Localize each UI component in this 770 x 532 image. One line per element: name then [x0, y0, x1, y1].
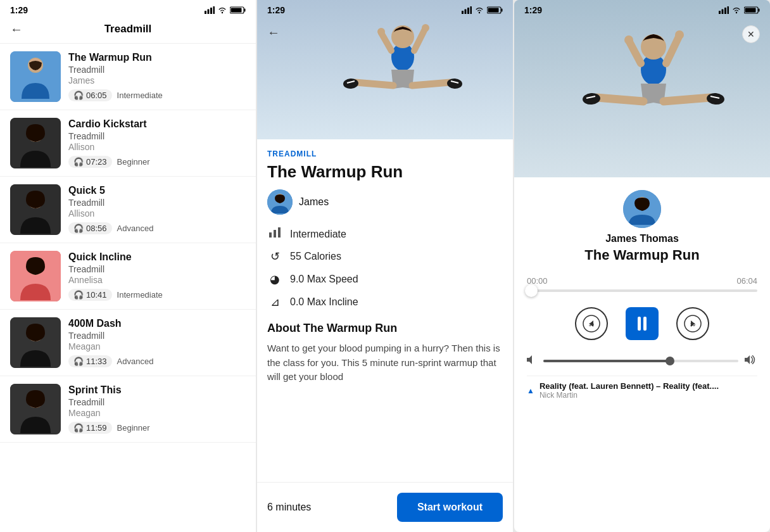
list-item[interactable]: 400M Dash Treadmill Meagan 🎧 11:33 Advan… — [0, 310, 256, 376]
headphones-icon: 🎧 — [73, 91, 84, 100]
forward-button[interactable]: 30 — [676, 307, 709, 340]
trainer-avatar-1 — [10, 51, 61, 102]
volume-thumb[interactable] — [666, 357, 674, 365]
start-workout-button[interactable]: Start workout — [397, 493, 503, 522]
instructor-name: James — [299, 196, 329, 208]
about-section: About The Warmup Run Want to get your bl… — [267, 322, 503, 384]
now-playing-bar[interactable]: ▲ Reality (feat. Lauren Bennett) – Reali… — [527, 376, 757, 400]
stat-label: Intermediate — [290, 229, 346, 240]
workout-level: Beginner — [117, 157, 150, 167]
progress-labels: 00:00 06:04 — [527, 276, 757, 286]
workout-duration: 🎧 06:05 — [68, 89, 112, 101]
player-instructor-image — [623, 190, 661, 228]
progress-thumb[interactable] — [525, 284, 538, 297]
workout-instructor: Meagan — [68, 341, 246, 352]
svg-rect-21 — [462, 11, 464, 14]
workout-name: Quick 5 — [68, 185, 246, 196]
detail-content: TREADMILL The Warmup Run James Intermedi… — [257, 139, 513, 482]
player-instructor-avatar — [623, 190, 661, 228]
pause-button[interactable] — [626, 307, 659, 340]
status-icons — [462, 6, 503, 14]
signal-icon — [205, 6, 215, 14]
svg-rect-1 — [208, 10, 210, 15]
signal-icon — [462, 6, 472, 14]
wifi-icon — [731, 6, 742, 14]
list-item[interactable]: Cardio Kickstart Treadmill Allison 🎧 07:… — [0, 110, 256, 177]
svg-rect-45 — [274, 230, 276, 238]
svg-marker-74 — [527, 355, 532, 364]
workout-meta: 🎧 07:23 Beginner — [68, 156, 246, 168]
time-end-label: 06:04 — [736, 276, 757, 286]
workout-type: Treadmill — [68, 264, 246, 274]
workout-player-panel: 1:29 — [514, 0, 770, 532]
svg-rect-49 — [724, 8, 726, 14]
volume-bar[interactable] — [543, 360, 738, 362]
progress-section: 00:00 06:04 — [527, 276, 757, 292]
about-title: About The Warmup Run — [267, 322, 503, 335]
workout-duration: 🎧 08:56 — [68, 222, 112, 234]
back-button[interactable]: ← — [10, 22, 23, 37]
workout-instructor: Allison — [68, 142, 246, 152]
wifi-icon — [217, 6, 227, 14]
svg-rect-6 — [244, 9, 246, 12]
instructor-avatar — [267, 189, 293, 215]
hero-figure-svg — [257, 0, 513, 139]
workout-duration: 🎧 07:23 — [68, 156, 112, 168]
battery-icon — [487, 6, 503, 14]
svg-line-37 — [412, 82, 450, 86]
list-item[interactable]: Quick 5 Treadmill Allison 🎧 08:56 Advanc… — [0, 177, 256, 243]
svg-rect-53 — [759, 9, 760, 12]
list-item[interactable]: Quick Incline Treadmill Annelisa 🎧 10:41… — [0, 243, 256, 310]
wifi-icon — [474, 6, 484, 14]
forward-icon: 30 — [684, 315, 702, 332]
svg-text:30: 30 — [589, 322, 594, 327]
workout-list-panel: 1:29 ← Treadmill — [0, 0, 256, 532]
chevron-up-icon: ▲ — [527, 386, 534, 395]
volume-up-icon — [745, 355, 757, 367]
player-close-button[interactable]: ✕ — [742, 25, 760, 43]
svg-rect-2 — [210, 8, 212, 14]
workout-level: Intermediate — [117, 290, 163, 300]
progress-bar[interactable] — [527, 289, 757, 292]
svg-rect-29 — [257, 0, 513, 139]
status-bar-panel3: 1:29 — [514, 0, 770, 18]
svg-line-63 — [664, 98, 710, 101]
svg-line-62 — [596, 98, 643, 101]
rewind-button[interactable]: 30 — [575, 307, 608, 340]
list-item[interactable]: The Warmup Run Treadmill James 🎧 06:05 I… — [0, 44, 256, 110]
headphones-icon: 🎧 — [73, 423, 84, 433]
now-playing-text: Reality (feat. Lauren Bennett) – Reality… — [540, 381, 757, 400]
status-icons — [205, 6, 246, 14]
workout-level: Advanced — [117, 224, 154, 233]
workout-thumbnail — [10, 51, 61, 102]
status-bar-panel2: 1:29 — [257, 0, 513, 18]
about-text: Want to get your blood pumping in a hurr… — [267, 341, 503, 384]
stat-label: 55 Calories — [290, 251, 341, 262]
detail-back-button[interactable]: ← — [267, 25, 280, 40]
svg-rect-44 — [269, 232, 272, 238]
workout-info: Quick Incline Treadmill Annelisa 🎧 10:41… — [68, 251, 246, 301]
list-header: ← Treadmill — [0, 18, 256, 44]
headphones-icon: 🎧 — [73, 357, 84, 366]
workout-instructor: Annelisa — [68, 275, 246, 285]
pause-bar-left — [638, 317, 641, 331]
speaker-mute-svg — [527, 355, 537, 364]
svg-text:30: 30 — [690, 322, 695, 327]
workout-thumbnail — [10, 384, 61, 434]
time-label: 1:29 — [524, 5, 542, 15]
workout-type: Treadmill — [68, 65, 246, 75]
player-instructor-name: James Thomas — [605, 233, 679, 244]
workout-info: 400M Dash Treadmill Meagan 🎧 11:33 Advan… — [68, 318, 246, 367]
pause-bar-right — [643, 317, 647, 331]
workout-name: Quick Incline — [68, 251, 246, 263]
player-hero-image: 1:29 — [514, 0, 770, 177]
workout-instructor: James — [68, 75, 246, 86]
list-item[interactable]: Sprint This Treadmill Meagan 🎧 11:59 Beg… — [0, 376, 256, 443]
player-controls: 30 30 — [575, 307, 709, 340]
workout-level: Beginner — [117, 423, 150, 433]
trainer-avatar-2 — [10, 118, 61, 168]
workout-info: The Warmup Run Treadmill James 🎧 06:05 I… — [68, 52, 246, 101]
svg-point-34 — [377, 28, 385, 35]
battery-icon — [744, 6, 760, 14]
stat-label: 9.0 Max Speed — [290, 274, 358, 285]
